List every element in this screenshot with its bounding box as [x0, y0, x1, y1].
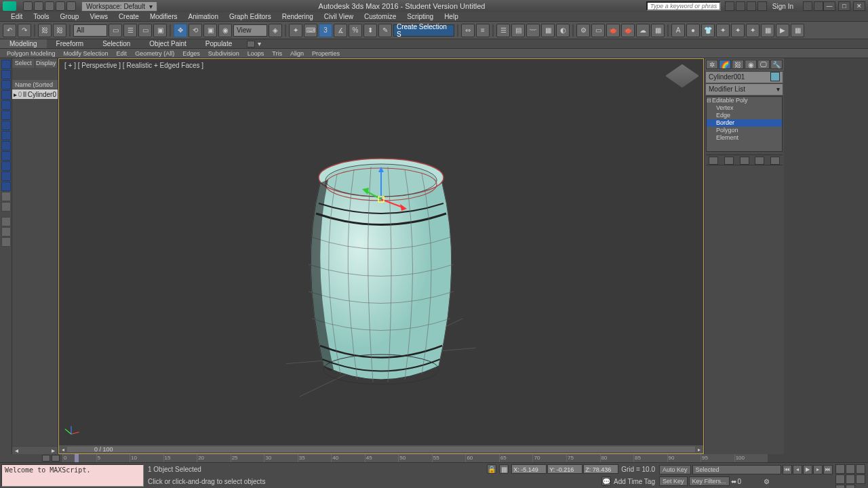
- schematic-view-button[interactable]: ▦: [541, 24, 555, 37]
- select-move-button[interactable]: ✥: [174, 24, 187, 37]
- left-tool-2[interactable]: [1, 70, 11, 79]
- app-logo-icon[interactable]: [3, 1, 16, 11]
- manipulate-button[interactable]: ✦: [289, 24, 302, 37]
- menu-help[interactable]: Help: [439, 12, 464, 21]
- next-frame-button[interactable]: ▸: [813, 465, 823, 474]
- info-icon[interactable]: [725, 1, 734, 11]
- panel-align[interactable]: Align: [286, 49, 308, 58]
- add-time-tag-button[interactable]: Add Time Tag: [614, 478, 655, 485]
- viewcube[interactable]: [665, 64, 699, 88]
- star-icon[interactable]: [736, 1, 745, 11]
- unlink-button[interactable]: ⛓: [53, 24, 66, 37]
- chevron-down-icon[interactable]: ▾: [258, 40, 261, 47]
- percent-snap-button[interactable]: %: [349, 24, 362, 37]
- time-slider[interactable]: ◂ 0 / 100 ▸: [59, 445, 703, 453]
- select-place-button[interactable]: ◉: [218, 24, 232, 37]
- outliner-item-cylinder[interactable]: ▸ Cylinder0: [12, 89, 58, 99]
- auto-key-button[interactable]: Auto Key: [659, 465, 691, 474]
- left-tool-8[interactable]: [1, 131, 11, 140]
- zoom-extents-button[interactable]: [856, 464, 865, 474]
- lock-selection-icon[interactable]: 🔒: [487, 464, 496, 474]
- prev-frame-button[interactable]: ◂: [793, 465, 802, 474]
- ref-coord-system[interactable]: View: [233, 24, 267, 37]
- menu-group[interactable]: Group: [55, 12, 85, 21]
- keyboard-shortcut-button[interactable]: ⌨: [304, 24, 317, 37]
- config-6-button[interactable]: ▦: [791, 24, 804, 37]
- curve-editor-button[interactable]: 〰: [526, 24, 540, 37]
- make-unique-button[interactable]: [740, 157, 749, 165]
- viewport-label[interactable]: [ + ] [ Perspective ] [ Realistic + Edge…: [64, 62, 203, 69]
- left-tool-14[interactable]: [1, 192, 11, 201]
- key-mode-toggle[interactable]: ⬌: [731, 478, 736, 485]
- left-tool-13[interactable]: [1, 182, 11, 191]
- render-iterative-button[interactable]: 🫖: [621, 24, 635, 37]
- outliner-header[interactable]: Name (Sorted Ascen: [12, 80, 58, 89]
- config-3-button[interactable]: ✦: [746, 24, 760, 37]
- goto-start-button[interactable]: ⏮: [783, 465, 792, 474]
- ribbon-tab-object-paint[interactable]: Object Paint: [140, 39, 195, 48]
- material-ball-button[interactable]: ●: [686, 24, 700, 37]
- ribbon-tab-populate[interactable]: Populate: [196, 39, 241, 48]
- render-button[interactable]: 🫖: [606, 24, 620, 37]
- redo-icon[interactable]: [66, 1, 76, 11]
- zoom-extents-all-button[interactable]: [835, 474, 845, 484]
- user-icon[interactable]: [757, 1, 767, 11]
- track-bar[interactable]: 0 5 10 15 20 25 30 35 40 45 50 55 60 65 …: [62, 454, 768, 462]
- config-4-button[interactable]: ▦: [761, 24, 774, 37]
- move-gizmo[interactable]: [354, 165, 408, 221]
- key-filters-button[interactable]: Key Filters...: [689, 476, 730, 486]
- snaps-toggle-button[interactable]: 3: [319, 24, 332, 37]
- left-tool-3[interactable]: [1, 80, 11, 89]
- modifier-stack[interactable]: Editable Poly Vertex Edge Border Polygon…: [706, 96, 783, 152]
- sign-in-link[interactable]: Sign In: [772, 3, 793, 10]
- undo-button[interactable]: ↶: [3, 24, 16, 37]
- selection-filter[interactable]: All: [73, 24, 107, 37]
- layer-explorer-button[interactable]: ▤: [511, 24, 525, 37]
- modifier-list-dropdown[interactable]: Modifier List▾: [706, 84, 783, 95]
- stack-element[interactable]: Element: [707, 134, 782, 142]
- left-tool-9[interactable]: [1, 141, 11, 150]
- y-coord-field[interactable]: Y: -0.216: [547, 464, 583, 474]
- motion-panel-icon[interactable]: ◉: [745, 60, 757, 69]
- abs-rel-icon[interactable]: ▦: [499, 464, 509, 474]
- display-panel-icon[interactable]: 🖵: [757, 60, 770, 69]
- pin-stack-button[interactable]: [709, 157, 718, 165]
- menu-tools[interactable]: Tools: [28, 12, 54, 21]
- angle-snap-button[interactable]: ∡: [334, 24, 347, 37]
- undo-icon[interactable]: [56, 1, 65, 11]
- utilities-panel-icon[interactable]: 🔧: [770, 60, 783, 69]
- panel-modify-selection[interactable]: Modify Selection: [60, 49, 113, 58]
- left-tool-12[interactable]: [1, 171, 11, 181]
- select-region-button[interactable]: ▭: [138, 24, 152, 37]
- outliner-tab-display[interactable]: Display: [35, 58, 58, 68]
- panel-subdivision[interactable]: Subdivision: [204, 49, 243, 58]
- close-button[interactable]: ✕: [853, 1, 865, 11]
- play-button[interactable]: ▶: [803, 465, 812, 474]
- slider-right-icon[interactable]: ▸: [695, 447, 703, 453]
- object-color-swatch[interactable]: [770, 72, 780, 81]
- new-icon[interactable]: [23, 1, 33, 11]
- menu-scripting[interactable]: Scripting: [401, 12, 439, 21]
- comm-icon[interactable]: [747, 1, 756, 11]
- zoom-all-button[interactable]: [846, 464, 855, 474]
- open-icon[interactable]: [34, 1, 43, 11]
- workspace-selector[interactable]: Workspace: Default▾: [81, 1, 157, 12]
- ribbon-tab-modeling[interactable]: Modeling: [0, 39, 47, 48]
- link-button[interactable]: ⛓: [38, 24, 52, 37]
- stack-border[interactable]: Border: [707, 119, 782, 127]
- menu-create[interactable]: Create: [113, 12, 144, 21]
- render-frame-button[interactable]: ▭: [591, 24, 605, 37]
- menu-animation[interactable]: Animation: [182, 12, 223, 21]
- left-tool-15[interactable]: [1, 202, 11, 211]
- search-input[interactable]: [646, 1, 721, 11]
- panel-loops[interactable]: Loops: [243, 49, 269, 58]
- select-rotate-button[interactable]: ⟲: [189, 24, 202, 37]
- ribbon-tab-selection[interactable]: Selection: [93, 39, 140, 48]
- save-icon[interactable]: [45, 1, 54, 11]
- left-tool-11[interactable]: [1, 161, 11, 171]
- panel-edges[interactable]: Edges: [178, 49, 204, 58]
- help-icon[interactable]: [814, 1, 823, 11]
- stack-editable-poly[interactable]: Editable Poly: [707, 97, 782, 104]
- panel-edit[interactable]: Edit: [113, 49, 132, 58]
- cloth-button[interactable]: 👕: [701, 24, 715, 37]
